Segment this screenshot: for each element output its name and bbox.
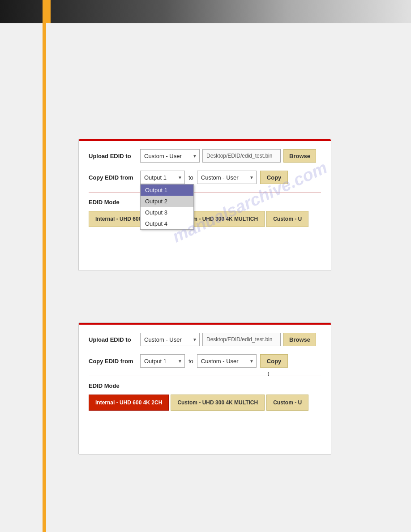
edid-btn-custom2-2[interactable]: Custom - U <box>266 395 308 411</box>
copy-edid-label: Copy EDID from <box>89 174 140 181</box>
upload-to-select-wrap: Custom - User Custom - User 2 Output 1 O… <box>140 149 200 163</box>
edid-mode-label: EDID Mode <box>89 199 321 206</box>
to-label: to <box>188 174 193 181</box>
panel-1: Upload EDID to Custom - User Custom - Us… <box>78 139 331 271</box>
dropdown-item-output4[interactable]: Output 4 <box>141 218 193 229</box>
copy-edid-row-2: Copy EDID from Output 1 Output 2 Output … <box>89 354 321 368</box>
divider-1 <box>89 192 321 193</box>
upload-to-select-wrap-2: Custom - User Custom - User 2 Output 1 O… <box>140 333 200 346</box>
upload-edid-label: Upload EDID to <box>89 153 140 159</box>
copy-from-select-2[interactable]: Output 1 Output 2 Output 3 Output 4 <box>140 354 185 368</box>
copy-to-select-2[interactable]: Custom - User Custom - User 2 Output 1 <box>197 354 257 368</box>
top-bar <box>0 0 411 23</box>
browse-button[interactable]: Browse <box>283 149 316 163</box>
copy-to-select-wrap: Custom - User Custom - User 2 Output 1 ▼ <box>197 171 257 184</box>
panel-2: Upload EDID to Custom - User Custom - Us… <box>78 322 331 455</box>
copy-button-2[interactable]: Copy <box>260 354 288 368</box>
dropdown-item-output2[interactable]: Output 2 <box>141 196 193 207</box>
copy-from-dropdown-menu: Output 1 Output 2 Output 3 Output 4 <box>140 184 194 230</box>
file-path-input[interactable] <box>202 149 281 163</box>
upload-edid-label-2: Upload EDID to <box>89 336 140 343</box>
dropdown-item-output1[interactable]: Output 1 <box>141 184 193 196</box>
upload-to-select[interactable]: Custom - User Custom - User 2 Output 1 O… <box>140 149 200 163</box>
to-label-2: to <box>188 358 193 365</box>
dropdown-item-output3[interactable]: Output 3 <box>141 207 193 218</box>
copy-to-select-wrap-2: Custom - User Custom - User 2 Output 1 ▼ <box>197 354 257 368</box>
edid-btn-custom-multich-2[interactable]: Custom - UHD 300 4K MULTICH <box>171 395 265 411</box>
edid-btn-custom2-1[interactable]: Custom - U <box>266 211 308 227</box>
divider-2 <box>89 376 321 376</box>
copy-from-select[interactable]: Output 1 Output 2 Output 3 Output 4 <box>140 171 185 184</box>
browse-button-2[interactable]: Browse <box>283 333 316 346</box>
copy-edid-label-2: Copy EDID from <box>89 358 140 365</box>
copy-button[interactable]: Copy <box>260 171 288 184</box>
file-path-input-2[interactable] <box>202 333 281 346</box>
edid-btn-internal-2[interactable]: Internal - UHD 600 4K 2CH <box>89 395 169 411</box>
upload-to-select-2[interactable]: Custom - User Custom - User 2 Output 1 O… <box>140 333 200 346</box>
upload-edid-row: Upload EDID to Custom - User Custom - Us… <box>89 149 321 163</box>
copy-edid-row: Copy EDID from Output 1 Output 2 Output … <box>89 171 321 184</box>
edid-mode-label-2: EDID Mode <box>89 382 321 389</box>
orange-tab <box>43 0 51 23</box>
upload-edid-row-2: Upload EDID to Custom - User Custom - Us… <box>89 333 321 346</box>
edid-buttons-row-2: Internal - UHD 600 4K 2CH Custom - UHD 3… <box>89 395 321 411</box>
copy-from-select-wrap-2: Output 1 Output 2 Output 3 Output 4 ▼ <box>140 354 185 368</box>
left-bar <box>43 23 46 532</box>
copy-from-select-wrap: Output 1 Output 2 Output 3 Output 4 ▼ Ou… <box>140 171 185 184</box>
edid-buttons-row: Internal - UHD 600 4K 2CH Custom - UHD 3… <box>89 211 321 227</box>
copy-to-select[interactable]: Custom - User Custom - User 2 Output 1 <box>197 171 257 184</box>
